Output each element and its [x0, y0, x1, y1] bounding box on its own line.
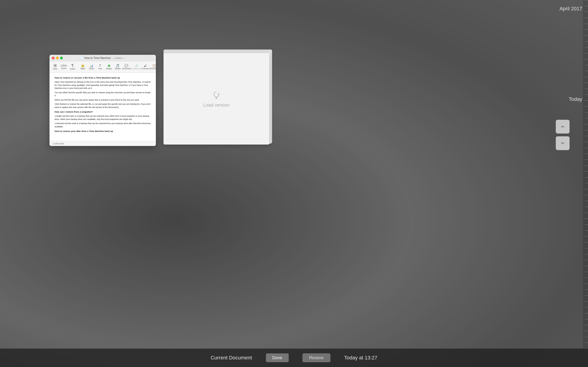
text-cursor [118, 106, 118, 108]
version-window: Load version [164, 53, 269, 145]
table-label: Table [80, 67, 85, 70]
toolbar: ⊞ View 125% Zoom ¶ Insert ▦ Table 📊 Char… [50, 61, 156, 73]
doc-para-4: Click Restore to restore the selected fi… [55, 103, 151, 109]
done-button[interactable]: Done [266, 353, 289, 362]
timeline-tick [585, 307, 588, 307]
chart-label: Chart [89, 67, 94, 70]
document-btn-icon: 📋 [152, 64, 156, 67]
timeline-tick [585, 218, 588, 219]
timeline-tick [585, 142, 588, 142]
timeline-tick [585, 53, 588, 53]
timeline-tick [585, 337, 588, 337]
doc-heading-2: How can I restore from a snapshot? [55, 110, 151, 114]
maximize-button[interactable] [60, 57, 63, 59]
doc-para-1: Open Time Machine by clicking on the ico… [55, 81, 151, 90]
timeline-tick [585, 242, 588, 242]
load-version-text: Load version [203, 102, 230, 108]
timeline-tick [585, 225, 588, 225]
minimize-button[interactable] [56, 57, 59, 59]
timeline-tick [585, 0, 588, 0]
timeline-tick [585, 71, 588, 71]
document-title: How to Time Machine [84, 56, 111, 60]
timeline-tick [585, 154, 588, 154]
timeline-tick [585, 124, 588, 124]
doc-para-5: A bright red tick mark is a backup that … [55, 115, 151, 121]
traffic-lights [52, 57, 63, 59]
timeline-tick [585, 18, 588, 18]
timeline-tick [585, 171, 588, 172]
collaborate-label: Collaborate [131, 67, 142, 70]
timeline-tick [585, 35, 588, 36]
timeline-tick [585, 319, 588, 319]
timeline-tick [585, 136, 588, 136]
timestamp-label: Today at 13:27 [344, 355, 377, 361]
timeline-tick [585, 6, 588, 6]
shape-label: Shape [106, 67, 112, 70]
timeline-tick [585, 325, 588, 325]
media-icon: 🎵 [116, 64, 119, 67]
text-label: Text [98, 67, 102, 70]
text-icon: T [99, 64, 101, 67]
nav-up-button[interactable] [556, 120, 570, 133]
load-version-icon [212, 90, 221, 100]
word-count: 3,169 words [53, 142, 64, 145]
toolbar-shape[interactable]: ⬟ Shape [105, 64, 113, 70]
comment-icon: 💬 [124, 64, 128, 67]
toolbar-collaborate[interactable]: 🔗 Collaborate [133, 64, 141, 70]
close-button[interactable] [52, 57, 55, 59]
timeline-tick [585, 236, 588, 236]
title-bar: 📄 How to Time Machine — Edited — [50, 55, 156, 61]
zoom-label: Zoom [61, 67, 66, 69]
timeline-tick [585, 159, 588, 160]
timeline-tick [585, 284, 588, 284]
timeline-tick [585, 201, 588, 201]
timeline-tick [585, 59, 588, 59]
view-icon: ⊞ [54, 64, 57, 67]
timeline-tick [585, 272, 588, 272]
timeline-tick [585, 266, 588, 266]
status-bar: 3,169 words [50, 141, 156, 146]
table-icon: ▦ [81, 64, 84, 67]
shape-icon: ⬟ [108, 64, 110, 67]
toolbar-format[interactable]: 🖌 Format [141, 64, 149, 70]
document-content: How to restore or recover a file from a … [50, 73, 156, 141]
toolbar-zoom[interactable]: 125% Zoom [60, 64, 68, 70]
timeline-tick [585, 106, 588, 107]
toolbar-comment[interactable]: 💬 Comment [122, 64, 131, 70]
insert-icon: ¶ [72, 64, 74, 67]
toolbar-table[interactable]: ▦ Table [79, 64, 87, 70]
timeline-tick [585, 112, 588, 113]
timeline-tick [585, 130, 588, 130]
comment-label: Comment [122, 67, 131, 70]
document-label: Document [149, 67, 156, 70]
timeline-tick [585, 195, 588, 195]
collaborate-icon: 🔗 [135, 64, 138, 67]
toolbar-chart[interactable]: 📊 Chart [87, 64, 96, 70]
timeline-label-april: April 2017 [559, 6, 582, 12]
title-bar-content: 📄 How to Time Machine — Edited — [80, 56, 125, 60]
toolbar-view[interactable]: ⊞ View [51, 63, 59, 70]
document-icon: 📄 [80, 56, 83, 59]
timeline-tick [585, 295, 588, 296]
toolbar-insert[interactable]: ¶ Insert [68, 63, 77, 70]
timeline-tick [585, 313, 588, 313]
timeline-tick [585, 148, 588, 148]
timeline-label-today: Today [569, 96, 582, 102]
timeline-tick [585, 89, 588, 89]
document-window: 📄 How to Time Machine — Edited — ⊞ View … [50, 55, 156, 146]
timeline-tick [585, 65, 588, 65]
restore-button[interactable]: Restore [303, 353, 330, 362]
toolbar-media[interactable]: 🎵 Media [114, 64, 122, 70]
timeline-tick [585, 213, 588, 213]
bottom-bar: Current Document Done Restore Today at 1… [0, 349, 588, 367]
timeline-tick [585, 177, 588, 177]
edited-label: — Edited — [112, 57, 125, 59]
toolbar-text[interactable]: T Text [96, 64, 104, 70]
toolbar-document[interactable]: 📋 Document [150, 64, 156, 70]
timeline-tick [585, 342, 588, 343]
timeline-tick [585, 260, 588, 260]
format-icon: 🖌 [144, 64, 147, 67]
nav-down-button[interactable] [556, 136, 570, 150]
current-doc-label: Current Document [211, 355, 252, 361]
timeline-tick [585, 254, 588, 254]
